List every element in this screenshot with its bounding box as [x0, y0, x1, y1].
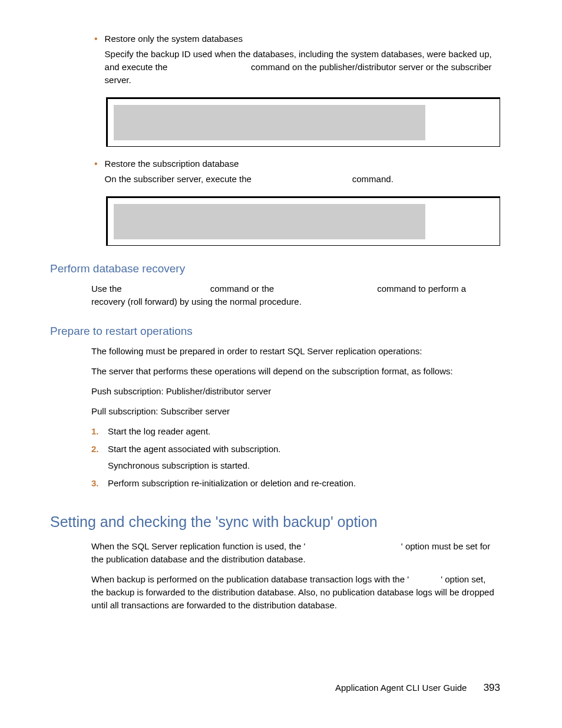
- prepare-p1: The following must be prepared in order …: [91, 345, 500, 358]
- step-number: 2.: [91, 443, 108, 472]
- bullet-icon: •: [94, 157, 98, 186]
- bullet-detail: On the subscriber server, execute the co…: [105, 173, 500, 186]
- prepare-p3: Push subscription: Publisher/distributor…: [91, 385, 500, 398]
- step-text: Start the agent associated with subscrip…: [108, 443, 500, 456]
- heading-prepare-restart: Prepare to restart operations: [50, 325, 500, 338]
- prepare-p2: The server that performs these operation…: [91, 365, 500, 378]
- perform-text: Use the command or the command to perfor…: [91, 282, 500, 308]
- step-text: Perform subscription re-initialization o…: [108, 477, 500, 490]
- heading-sync-backup: Setting and checking the 'sync with back…: [50, 513, 500, 531]
- step-number: 3.: [91, 477, 108, 490]
- bullet-icon: •: [94, 32, 98, 87]
- bullet-restore-subscription: • Restore the subscription database On t…: [94, 157, 500, 186]
- heading-perform-recovery: Perform database recovery: [50, 262, 500, 275]
- bullet-detail: Specify the backup ID used when the data…: [105, 48, 500, 87]
- page-footer: Application Agent CLI User Guide 393: [335, 682, 500, 694]
- setting-p2: When backup is performed on the publicat…: [91, 573, 500, 612]
- code-box: [106, 97, 500, 147]
- step-sub: Synchronous subscription is started.: [108, 459, 500, 472]
- bullet-restore-system: • Restore only the system databases Spec…: [94, 32, 500, 87]
- code-box-inner: [114, 105, 425, 140]
- step-3: 3. Perform subscription re-initializatio…: [91, 477, 500, 490]
- step-number: 1.: [91, 425, 108, 438]
- bullet-title: Restore only the system databases: [105, 32, 500, 45]
- code-box-inner: [114, 204, 425, 239]
- bullet-content: Restore the subscription database On the…: [105, 157, 500, 186]
- step-2: 2. Start the agent associated with subsc…: [91, 443, 500, 472]
- step-text: Start the log reader agent.: [108, 425, 500, 438]
- code-box: [106, 196, 500, 246]
- page-number: 393: [484, 682, 500, 693]
- bullet-content: Restore only the system databases Specif…: [105, 32, 500, 87]
- prepare-p4: Pull subscription: Subscriber server: [91, 405, 500, 418]
- setting-p1: When the SQL Server replication function…: [91, 540, 500, 566]
- step-content: Start the agent associated with subscrip…: [108, 443, 500, 472]
- step-1: 1. Start the log reader agent.: [91, 425, 500, 438]
- bullet-title: Restore the subscription database: [105, 157, 500, 170]
- footer-title: Application Agent CLI User Guide: [335, 683, 467, 693]
